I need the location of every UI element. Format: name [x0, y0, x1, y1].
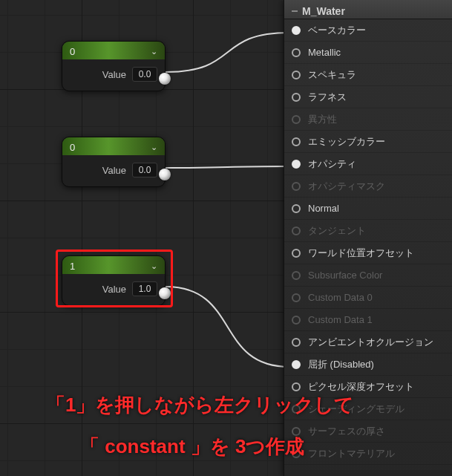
pin-label: タンジェント [308, 224, 366, 238]
material-input-1[interactable]: Metallic [284, 42, 452, 64]
input-pin-icon [292, 427, 301, 436]
panel-title-bar[interactable]: M_Water [284, 0, 452, 19]
node-header[interactable]: 0 ⌄ [62, 42, 165, 59]
pin-list: ベースカラーMetallicスペキュララフネス異方性エミッシブカラーオパシティオ… [284, 19, 452, 465]
output-pin[interactable] [159, 73, 171, 85]
input-pin-icon [292, 271, 301, 280]
input-pin-icon[interactable] [292, 338, 301, 347]
input-pin-icon[interactable] [292, 382, 301, 391]
pin-label: ワールド位置オフセット [308, 247, 414, 260]
material-input-15[interactable]: 屈折 (Disabled) [284, 353, 452, 376]
node-title: 1 [70, 261, 75, 272]
pin-label: アンビエントオクルージョン [308, 336, 433, 349]
input-pin-icon [292, 449, 301, 458]
pin-label: Subsurface Color [308, 270, 382, 281]
input-pin-icon[interactable] [292, 360, 301, 369]
input-pin-icon [292, 405, 301, 414]
value-input[interactable]: 1.0 [132, 281, 157, 296]
value-label: Value [102, 165, 126, 176]
input-pin-icon[interactable] [292, 48, 301, 57]
node-header[interactable]: 0 ⌄ [62, 137, 165, 155]
pin-label: ベースカラー [308, 24, 366, 37]
node-body: Value 0.0 [62, 155, 165, 186]
output-pin[interactable] [159, 287, 171, 299]
pin-label: エミッシブカラー [308, 135, 385, 149]
material-input-11: Subsurface Color [284, 264, 452, 287]
pin-label: Metallic [308, 47, 341, 58]
value-label: Value [102, 69, 126, 80]
material-input-18: サーフェスの厚さ [284, 420, 452, 443]
input-pin-icon [292, 115, 301, 124]
input-pin-icon[interactable] [292, 204, 301, 213]
material-input-13: Custom Data 1 [284, 309, 452, 331]
material-input-16[interactable]: ピクセル深度オフセット [284, 376, 452, 398]
material-input-8[interactable]: Normal [284, 198, 452, 220]
input-pin-icon[interactable] [292, 160, 301, 169]
node-body: Value 0.0 [62, 59, 165, 91]
material-input-5[interactable]: エミッシブカラー [284, 131, 452, 153]
input-pin-icon [292, 316, 301, 325]
input-pin-icon[interactable] [292, 71, 301, 79]
input-pin-icon [292, 182, 301, 191]
pin-label: オパシティ [308, 157, 356, 171]
input-pin-icon[interactable] [292, 93, 301, 102]
node-body: Value 1.0 [62, 274, 165, 305]
chevron-down-icon[interactable]: ⌄ [151, 47, 157, 56]
node-header[interactable]: 1 ⌄ [62, 256, 165, 274]
material-input-10[interactable]: ワールド位置オフセット [284, 242, 452, 264]
chevron-down-icon[interactable]: ⌄ [151, 261, 157, 271]
material-input-4: 異方性 [284, 108, 452, 131]
input-pin-icon [292, 226, 301, 235]
value-label: Value [102, 284, 126, 295]
panel-title: M_Water [302, 5, 345, 17]
pin-label: フロントマテリアル [308, 447, 395, 460]
pin-label: Custom Data 0 [308, 292, 373, 303]
input-pin-icon[interactable] [292, 26, 301, 35]
material-input-9: タンジェント [284, 220, 452, 242]
material-input-0[interactable]: ベースカラー [284, 19, 452, 42]
material-output-panel: M_Water ベースカラーMetallicスペキュララフネス異方性エミッシブカ… [284, 0, 452, 476]
input-pin-icon[interactable] [292, 249, 301, 258]
constant-node[interactable]: 1 ⌄ Value 1.0 [62, 255, 166, 306]
pin-label: ピクセル深度オフセット [308, 380, 414, 394]
pin-label: ラフネス [308, 91, 347, 104]
drag-handle-icon [292, 10, 298, 12]
value-input[interactable]: 0.0 [132, 163, 157, 177]
node-title: 0 [70, 142, 75, 153]
node-title: 0 [70, 46, 75, 57]
output-pin[interactable] [159, 169, 171, 180]
material-input-12: Custom Data 0 [284, 287, 452, 309]
material-input-7: オパシティマスク [284, 175, 452, 198]
pin-label: オパシティマスク [308, 180, 385, 193]
material-input-14[interactable]: アンビエントオクルージョン [284, 331, 452, 353]
pin-label: Normal [308, 203, 339, 214]
material-input-6[interactable]: オパシティ [284, 153, 452, 175]
pin-label: 異方性 [308, 113, 337, 126]
material-input-17: シェーディングモデル [284, 398, 452, 420]
value-input[interactable]: 0.0 [132, 67, 157, 82]
pin-label: サーフェスの厚さ [308, 425, 385, 438]
pin-label: スペキュラ [308, 68, 356, 82]
constant-node[interactable]: 0 ⌄ Value 0.0 [62, 137, 166, 187]
material-input-2[interactable]: スペキュラ [284, 64, 452, 86]
input-pin-icon [292, 293, 301, 302]
chevron-down-icon[interactable]: ⌄ [151, 143, 157, 152]
material-input-19: フロントマテリアル [284, 443, 452, 465]
input-pin-icon[interactable] [292, 137, 301, 146]
pin-label: 屈折 (Disabled) [308, 358, 374, 371]
pin-label: シェーディングモデル [308, 402, 404, 416]
material-input-3[interactable]: ラフネス [284, 86, 452, 108]
constant-node[interactable]: 0 ⌄ Value 0.0 [62, 41, 166, 91]
pin-label: Custom Data 1 [308, 314, 373, 325]
